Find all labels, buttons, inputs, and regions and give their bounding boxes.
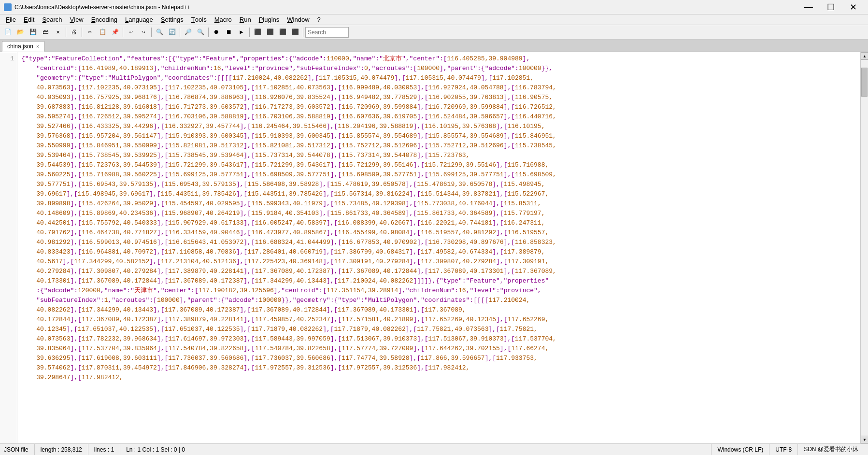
menu-search[interactable]: Search — [38, 14, 66, 25]
menu-window[interactable]: Window — [283, 14, 313, 25]
menu-help[interactable]: ? — [313, 14, 325, 25]
scroll-up-button[interactable]: ▲ — [861, 52, 868, 60]
extra-status: SDN @爱看书的小沐 — [798, 444, 864, 455]
menu-bar: File Edit Search View Encoding Language … — [0, 14, 868, 25]
search-bar — [305, 27, 349, 38]
eol-label: Windows (CR LF) — [717, 446, 763, 453]
title-bar: C:\Users\tomcat\Desktop\web-server-maste… — [0, 0, 868, 14]
scroll-thumb[interactable] — [861, 68, 868, 97]
scrollbar-vertical[interactable]: ▲ ▼ — [860, 52, 868, 443]
tab-label: china.json — [7, 43, 33, 50]
line-numbers: 1 — [0, 52, 17, 443]
tb-extra4[interactable]: ⬛ — [289, 27, 301, 38]
position-status: Ln : 1 Col : 1 Sel : 0 | 0 — [120, 444, 711, 455]
sep3 — [123, 28, 123, 37]
minimize-button[interactable]: — — [797, 0, 820, 14]
status-bar: JSON file length : 258,312 lines : 1 Ln … — [0, 443, 868, 455]
length-label: length : 258,312 — [41, 446, 82, 453]
save-button[interactable]: 💾 — [27, 27, 39, 38]
macro-rec-button[interactable]: ⏺ — [211, 27, 222, 38]
toolbar: 📄 📂 💾 🗃 ✕ 🖨 ✂ 📋 📌 ↩ ↪ 🔍 🔄 🔎 🔍 ⏺ ⏹ ▶ ⬛ ⬛ … — [0, 25, 868, 40]
print-button[interactable]: 🖨 — [68, 27, 80, 38]
file-type-status: JSON file — [4, 444, 35, 455]
menu-file[interactable]: File — [2, 14, 20, 25]
zoom-out-button[interactable]: 🔍 — [195, 27, 206, 38]
tab-close-button[interactable]: × — [36, 44, 39, 49]
line-number-1: 1 — [2, 54, 14, 64]
scroll-down-button[interactable]: ▼ — [861, 436, 868, 443]
save-all-button[interactable]: 🗃 — [40, 27, 51, 38]
eol-status: Windows (CR LF) — [711, 444, 769, 455]
menu-edit[interactable]: Edit — [20, 14, 38, 25]
redo-button[interactable]: ↪ — [138, 27, 149, 38]
tb-extra1[interactable]: ⬛ — [252, 27, 263, 38]
window-title: C:\Users\tomcat\Desktop\web-server-maste… — [14, 4, 797, 11]
position-label: Ln : 1 Col : 1 Sel : 0 | 0 — [126, 446, 185, 453]
lines-label: lines : 1 — [94, 446, 114, 453]
menu-run[interactable]: Run — [236, 14, 255, 25]
zoom-in-button[interactable]: 🔎 — [182, 27, 194, 38]
tb-extra2[interactable]: ⬛ — [264, 27, 276, 38]
editor-area: 1 {"type":"FeatureCollection","features"… — [0, 52, 868, 443]
replace-button[interactable]: 🔄 — [166, 27, 178, 38]
close-button[interactable]: ✕ — [842, 0, 864, 14]
copy-button[interactable]: 📋 — [97, 27, 108, 38]
open-button[interactable]: 📂 — [14, 27, 26, 38]
menu-view[interactable]: View — [66, 14, 87, 25]
close-button-tb[interactable]: ✕ — [52, 27, 64, 38]
tab-bar: china.json × — [0, 40, 868, 52]
new-button[interactable]: 📄 — [2, 27, 14, 38]
sep7 — [249, 28, 250, 37]
sep8 — [303, 28, 303, 37]
maximize-button[interactable]: ☐ — [820, 0, 842, 14]
sep5 — [180, 28, 180, 37]
code-content[interactable]: {"type":"FeatureCollection","features":[… — [17, 52, 860, 443]
undo-button[interactable]: ↩ — [125, 27, 137, 38]
paste-button[interactable]: 📌 — [109, 27, 121, 38]
macro-play-button[interactable]: ▶ — [236, 27, 247, 38]
macro-stop-button[interactable]: ⏹ — [223, 27, 235, 38]
encoding-label: UTF-8 — [775, 446, 792, 453]
extra-label: SDN @爱看书的小沐 — [804, 445, 858, 454]
length-status: length : 258,312 — [35, 444, 88, 455]
cut-button[interactable]: ✂ — [84, 27, 96, 38]
menu-language[interactable]: Language — [121, 14, 157, 25]
encoding-status: UTF-8 — [769, 444, 798, 455]
sep4 — [151, 28, 152, 37]
sep1 — [66, 28, 66, 37]
menu-encoding[interactable]: Encoding — [87, 14, 121, 25]
lines-status: lines : 1 — [88, 444, 120, 455]
search-input[interactable] — [308, 29, 346, 36]
find-button[interactable]: 🔍 — [154, 27, 165, 38]
tb-extra3[interactable]: ⬛ — [277, 27, 288, 38]
app-icon — [4, 3, 12, 11]
file-type-label: JSON file — [4, 446, 28, 453]
sep6 — [208, 28, 209, 37]
sep2 — [82, 28, 82, 37]
window-controls: — ☐ ✕ — [797, 0, 864, 14]
menu-plugins[interactable]: Plugins — [255, 14, 284, 25]
menu-settings[interactable]: Settings — [157, 14, 187, 25]
menu-tools[interactable]: Tools — [187, 14, 211, 25]
menu-macro[interactable]: Macro — [211, 14, 236, 25]
tab-china-json[interactable]: china.json × — [2, 41, 44, 52]
